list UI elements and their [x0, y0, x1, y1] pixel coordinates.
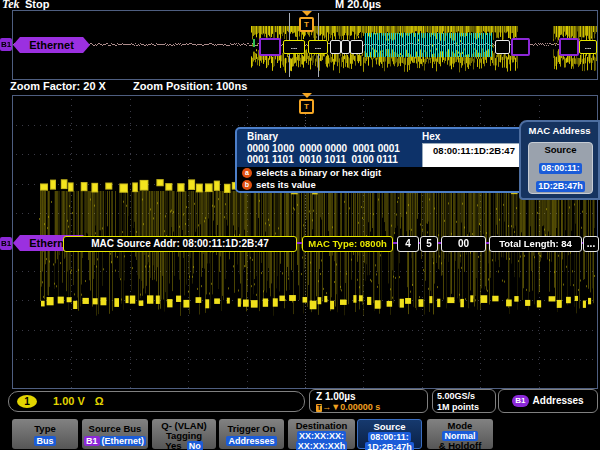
source-bus-badge: B1	[84, 436, 100, 446]
hint-a-text: selects a binary or hex digit	[256, 167, 381, 179]
hex-value-field[interactable]: 08:00:11:1D:2B:47	[422, 143, 526, 169]
bus-b1-badge: B1	[512, 395, 528, 407]
source-value-line2: 1D:2B:47h	[365, 442, 414, 450]
trigger-point-marker[interactable]: T	[299, 99, 314, 114]
decode-byte-box-3[interactable]: 00	[441, 236, 486, 252]
zoom-position-readout: Zoom Position: 100ns	[133, 80, 247, 92]
bus-display-mode: Addresses	[533, 395, 584, 407]
source-value-line1: 08:00:11:	[368, 432, 411, 442]
record-length-value: 1M points	[437, 402, 495, 413]
trigger-position-value: →▼0.00000 s	[322, 402, 380, 412]
mac-source-field[interactable]: Source 08:00:11: 1D:2B:47h	[528, 142, 593, 194]
trigger-on-label: Trigger On	[219, 424, 284, 434]
tek-logo: Tek	[2, 0, 20, 10]
mac-address-panel: MAC Address Source 08:00:11: 1D:2B:47h	[519, 120, 600, 200]
overview-waveform-window: ... ... ... T	[12, 10, 598, 80]
sample-rate-readout: 5.00GS/s 1M points	[432, 389, 496, 413]
decode-mac-source-box[interactable]: MAC Source Addr: 08:00:11:1D:2B:47	[63, 236, 297, 252]
ov-field-box	[330, 40, 341, 54]
decode-bus-b1-tag: B1	[0, 237, 12, 250]
multipurpose-b-knob-icon: b	[242, 180, 252, 190]
destination-value-line2: XX:XX:XXh	[296, 441, 348, 450]
channel1-coupling: Ω	[95, 395, 104, 408]
timebase-readout: M 20.0µs	[335, 0, 381, 10]
mac-source-value-line1: 08:00:11:	[539, 163, 582, 174]
mac-source-field-label: Source	[529, 143, 592, 157]
hint-b-text: sets its value	[256, 179, 316, 191]
popup-hints: aselects a binary or hex digit bsets its…	[237, 167, 529, 191]
ov-frame-end-box	[511, 38, 530, 56]
oscilloscope-screen: Tek Stop M 20.0µs ... ... ... T B1 Ether…	[0, 0, 600, 450]
vlan-option-yes[interactable]: Yes	[165, 440, 181, 450]
menu-button-source[interactable]: Source 08:00:11: 1D:2B:47h	[357, 419, 422, 449]
decode-mac-type-box[interactable]: MAC Type: 0800h	[302, 236, 393, 252]
zoom-scale-value: Z 1.00µs	[316, 391, 427, 402]
bus-display-readout: B1 Addresses	[498, 389, 598, 413]
ov-dots-box-3: ...	[579, 40, 597, 54]
hex-label: Hex	[422, 131, 440, 143]
binary-hex-popup: Binary 0000 1000 0000 0000 0001 0001 000…	[235, 127, 531, 193]
destination-value-line1: XX:XX:XX:	[297, 431, 346, 441]
decode-total-length-box[interactable]: Total Length: 84	[489, 236, 582, 252]
ov-field-box	[341, 40, 350, 54]
acquisition-status: Stop	[25, 0, 49, 10]
overview-bus-label: Ethernet	[13, 37, 90, 53]
binary-row-2[interactable]: 0001 1101 0010 1011 0100 0111	[247, 154, 398, 165]
mac-panel-title: MAC Address	[521, 125, 598, 137]
ov-frame-start-box	[259, 38, 281, 56]
menu-button-destination[interactable]: Destination XX:XX:XX: XX:XX:XXh	[288, 419, 355, 449]
sample-rate-value: 5.00GS/s	[437, 391, 495, 402]
vlan-option-no[interactable]: No	[187, 441, 203, 450]
decode-byte-box-2[interactable]: 5	[420, 236, 438, 252]
mac-source-value-line2: 1D:2B:47h	[536, 181, 585, 192]
channel1-badge: 1	[17, 395, 37, 408]
decode-more-box[interactable]: ...	[583, 236, 599, 252]
menu-button-source-bus[interactable]: Source Bus B1(Ethernet)	[82, 419, 148, 449]
type-value: Bus	[34, 436, 55, 446]
binary-row-1[interactable]: 0000 1000 0000 0000 0001 0001	[247, 143, 400, 154]
ov-field-box	[350, 40, 363, 54]
source-bus-value: (Ethernet)	[100, 436, 147, 446]
menu-button-trigger-on[interactable]: Trigger On Addresses	[219, 419, 284, 449]
menu-button-type[interactable]: Type Bus	[12, 419, 78, 449]
source-bus-label: Source Bus	[82, 424, 148, 434]
trigger-on-value: Addresses	[226, 436, 276, 446]
menu-button-mode[interactable]: Mode Normal & Holdoff	[427, 419, 493, 449]
mode-label: Mode	[427, 421, 493, 431]
zoom-factor-readout: Zoom Factor: 20 X	[10, 80, 106, 92]
type-label: Type	[12, 424, 78, 434]
mode-value2: & Holdoff	[427, 441, 493, 450]
source-label: Source	[358, 422, 421, 432]
menu-button-vlan-tagging[interactable]: Q- (VLAN) Tagging Yes No	[152, 419, 216, 449]
channel1-readout[interactable]: 1 1.00 V Ω	[8, 391, 305, 412]
ov-dots-box-1: ...	[283, 40, 305, 54]
ov-frame-start-box-2	[559, 38, 579, 56]
destination-label: Destination	[288, 421, 355, 431]
trigger-position-marker[interactable]: T	[299, 17, 314, 32]
ov-dots-box-2: ...	[308, 40, 328, 54]
multipurpose-a-knob-icon: a	[242, 168, 252, 178]
ov-field-box	[495, 40, 510, 54]
zoom-scale-readout: Z 1.00µs T→▼0.00000 s	[309, 389, 428, 413]
decode-byte-box-1[interactable]: 4	[397, 236, 419, 252]
binary-label: Binary	[247, 131, 278, 143]
channel1-scale: 1.00 V	[53, 395, 85, 408]
overview-bus-b1-tag: B1	[0, 38, 12, 51]
